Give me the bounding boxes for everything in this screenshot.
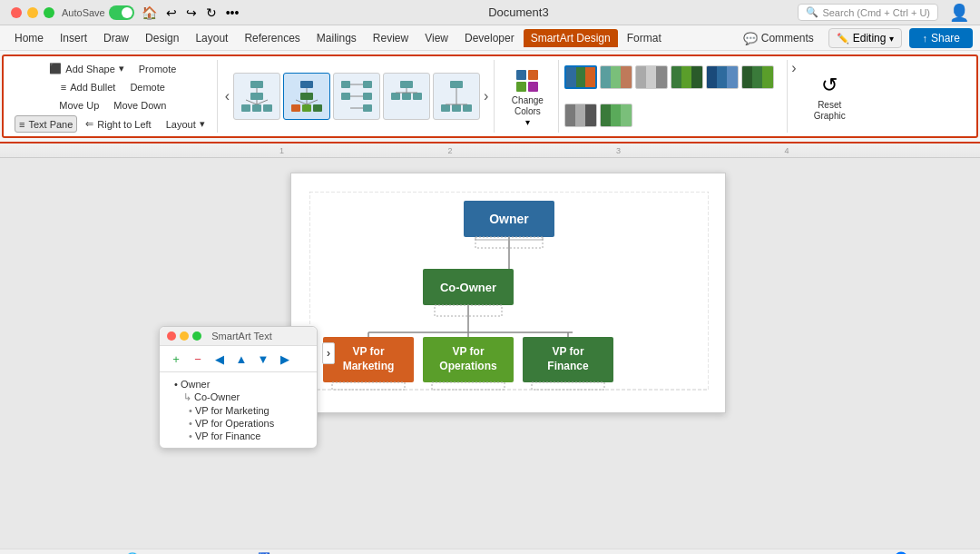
svg-rect-1 [250, 93, 263, 100]
svg-rect-27 [391, 93, 400, 100]
org-chart: Owner Co-Owner VP for Marketing VP for O… [309, 192, 709, 391]
layout-item-5[interactable] [433, 73, 480, 120]
svg-rect-4 [263, 104, 272, 112]
panel-close[interactable] [167, 331, 176, 341]
bullet-icon: ≡ [61, 82, 66, 93]
add-bullet-button[interactable]: ≡ Add Bullet [54, 79, 122, 95]
layout-item-3[interactable] [333, 73, 380, 120]
layout-button[interactable]: Layout ▾ [160, 115, 211, 133]
back-icon[interactable]: ↩ [166, 5, 177, 20]
svg-line-8 [257, 100, 268, 104]
reset-graphic-button[interactable]: ↺ ResetGraphic [808, 66, 852, 126]
traffic-lights [11, 7, 54, 18]
svg-rect-35 [452, 104, 461, 112]
panel-add-btn[interactable]: + [167, 350, 185, 368]
menu-smartart-design[interactable]: SmartArt Design [524, 29, 618, 47]
search-box[interactable]: 🔍 Search (Cmd + Ctrl + U) [798, 4, 938, 21]
comments-button[interactable]: 💬 Comments [736, 29, 821, 48]
demote-button[interactable]: Demote [123, 79, 172, 95]
promote-button[interactable]: Promote [132, 60, 183, 77]
reset-label: ResetGraphic [814, 100, 846, 122]
text-pane-button[interactable]: ≡ Text Pane [15, 115, 77, 133]
menu-mailings[interactable]: Mailings [309, 29, 364, 47]
panel-minimize[interactable] [180, 331, 189, 341]
theme-3[interactable] [635, 65, 668, 89]
panel-left-btn[interactable]: ◀ [211, 350, 229, 368]
theme-8[interactable] [600, 104, 632, 127]
repeat-icon[interactable]: ↻ [206, 5, 217, 20]
right-to-left-button[interactable]: ⇐ Right to Left [79, 115, 157, 133]
change-colors-button[interactable]: ChangeColors ▾ [504, 62, 551, 132]
theme-7[interactable] [564, 104, 597, 127]
chevron-icon: ▾ [525, 117, 530, 127]
svg-rect-64 [432, 382, 505, 390]
maximize-button[interactable] [44, 7, 54, 18]
menu-design[interactable]: Design [138, 29, 186, 47]
layout-item-4[interactable] [383, 73, 430, 120]
layout-scroll-left[interactable]: ‹ [223, 88, 231, 104]
theme-2[interactable] [600, 65, 632, 89]
reset-icon: ↺ [815, 71, 844, 100]
minimize-button[interactable] [27, 7, 38, 18]
comments-icon: 💬 [743, 32, 758, 45]
svg-line-6 [246, 100, 257, 104]
menu-layout[interactable]: Layout [188, 29, 235, 47]
chevron-icon: ▾ [119, 63, 124, 74]
svg-text:Owner: Owner [489, 212, 529, 226]
share-button[interactable]: ↑ Share [909, 28, 973, 48]
home-icon[interactable]: 🏠 [142, 5, 157, 20]
ribbon: ⬛ Add Shape ▾ Promote ≡ Add Bullet Demot… [0, 51, 980, 143]
menu-format[interactable]: Format [620, 29, 669, 47]
svg-text:VP for: VP for [452, 345, 484, 358]
menu-draw[interactable]: Draw [96, 29, 136, 47]
menu-insert[interactable]: Insert [53, 29, 94, 47]
svg-text:VP for: VP for [552, 345, 583, 358]
move-up-button[interactable]: Move Up [53, 97, 105, 114]
collapse-arrow[interactable]: › [322, 342, 335, 364]
panel-item-coowner: Co-Owner [167, 391, 309, 404]
menu-review[interactable]: Review [366, 29, 416, 47]
theme-4[interactable] [671, 65, 703, 89]
panel-maximize[interactable] [192, 331, 201, 341]
themes-scroll-right[interactable]: › [789, 60, 798, 133]
svg-rect-42 [528, 82, 538, 92]
panel-remove-btn[interactable]: − [189, 350, 207, 368]
ribbon-group-colors: ChangeColors ▾ [496, 60, 559, 133]
svg-rect-12 [302, 104, 311, 112]
layout-item-1[interactable] [233, 73, 280, 120]
panel-down-btn[interactable]: ▼ [254, 350, 272, 368]
menu-references[interactable]: References [237, 29, 307, 47]
editing-button[interactable]: ✏️ Editing ▾ [828, 28, 903, 48]
panel-up-btn[interactable]: ▲ [232, 350, 250, 368]
menu-home[interactable]: Home [7, 29, 51, 47]
layout-item-2[interactable] [283, 73, 330, 120]
autosave-switch[interactable] [109, 5, 134, 20]
layout-scroll-right[interactable]: › [482, 88, 490, 104]
ribbon-group-create: ⬛ Add Shape ▾ Promote ≡ Add Bullet Demot… [9, 60, 218, 133]
user-icon[interactable]: 👤 [949, 3, 969, 23]
panel-right-btn[interactable]: ▶ [276, 350, 294, 368]
zoom-slider[interactable] [864, 551, 936, 555]
svg-rect-68 [532, 382, 604, 390]
menu-developer[interactable]: Developer [457, 29, 522, 47]
svg-rect-33 [450, 81, 463, 88]
svg-rect-13 [313, 104, 322, 112]
theme-5[interactable] [706, 65, 739, 89]
more-icon[interactable]: ••• [226, 5, 240, 20]
close-button[interactable] [11, 7, 22, 18]
add-shape-icon: ⬛ [49, 63, 62, 74]
svg-rect-34 [441, 104, 450, 112]
search-icon: 🔍 [806, 6, 818, 18]
forward-icon[interactable]: ↪ [186, 5, 197, 20]
autosave-toggle[interactable]: AutoSave [62, 5, 134, 20]
theme-1[interactable] [564, 65, 597, 89]
theme-6[interactable] [741, 65, 774, 89]
svg-text:Operations: Operations [439, 360, 497, 372]
ribbon-group-layouts: ‹ [220, 60, 495, 133]
change-colors-label: ChangeColors [512, 95, 544, 117]
move-down-button[interactable]: Move Down [107, 97, 172, 114]
pencil-icon: ✏️ [837, 33, 849, 45]
menu-view[interactable]: View [417, 29, 456, 47]
add-shape-button[interactable]: ⬛ Add Shape ▾ [43, 60, 130, 77]
svg-rect-21 [363, 93, 372, 100]
